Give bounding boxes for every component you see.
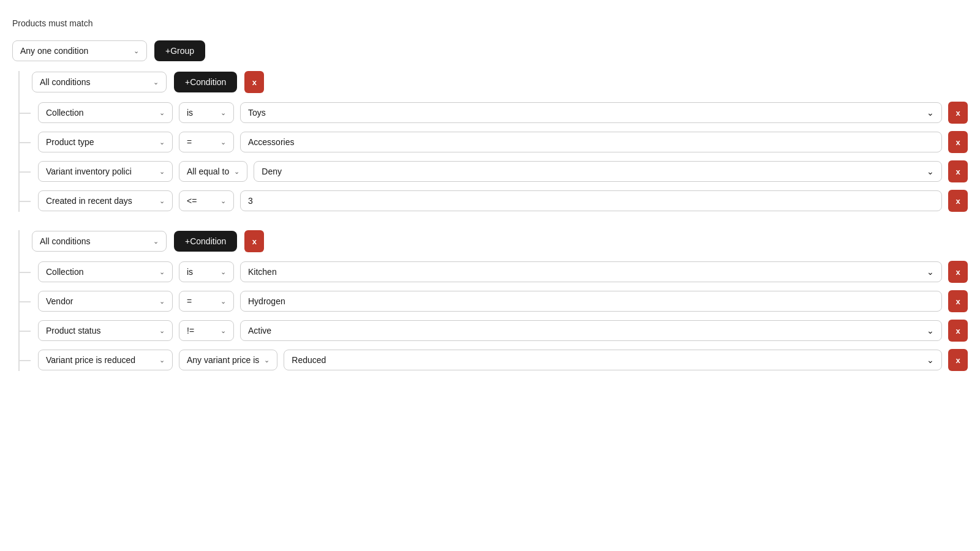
condition-operator-label: = <box>187 137 192 147</box>
add-group-button[interactable]: +Group <box>154 40 205 61</box>
condition-value-dropdown-1-1[interactable]: Toys ⌄ <box>240 102 942 123</box>
conditions-type-label: All conditions <box>40 77 91 87</box>
condition-value-dropdown-1-3[interactable]: Deny ⌄ <box>254 161 942 182</box>
condition-field-label: Created in recent days <box>46 196 132 206</box>
condition-field-label: Vendor <box>46 296 73 306</box>
condition-value-label: Kitchen <box>248 267 277 277</box>
remove-condition-button-2-4[interactable]: x <box>948 349 968 371</box>
condition-field-dropdown-1-4[interactable]: Created in recent days ⌄ <box>38 190 173 211</box>
remove-group-button-2[interactable]: x <box>244 230 264 252</box>
condition-value-input-2-2[interactable] <box>240 291 942 312</box>
condition-operator-dropdown-1-1[interactable]: is ⌄ <box>179 102 234 123</box>
chevron-icon: ⌄ <box>234 168 239 176</box>
group-1: All conditions ⌄ +Condition x Collection… <box>12 71 968 212</box>
chevron-icon: ⌄ <box>221 138 226 146</box>
condition-row-2-1: Collection ⌄ is ⌄ Kitchen ⌄ x <box>32 261 968 283</box>
group-header-1: All conditions ⌄ +Condition x <box>32 71 968 93</box>
condition-field-label: Collection <box>46 108 83 118</box>
condition-operator-label: Any variant price is <box>187 355 259 365</box>
chevron-icon: ⌄ <box>927 355 934 365</box>
condition-operator-dropdown-2-4[interactable]: Any variant price is ⌄ <box>179 350 277 370</box>
remove-condition-button-2-2[interactable]: x <box>948 290 968 312</box>
match-condition-label: Any one condition <box>20 46 88 56</box>
condition-row-2-3: Product status ⌄ != ⌄ Active ⌄ x <box>32 320 968 342</box>
chevron-icon: ⌄ <box>153 78 159 86</box>
remove-condition-button-2-3[interactable]: x <box>948 320 968 342</box>
group-header-2: All conditions ⌄ +Condition x <box>32 230 968 252</box>
group-2: All conditions ⌄ +Condition x Collection… <box>12 230 968 371</box>
condition-value-dropdown-2-1[interactable]: Kitchen ⌄ <box>240 261 942 282</box>
chevron-icon: ⌄ <box>159 298 165 305</box>
condition-field-dropdown-2-4[interactable]: Variant price is reduced ⌄ <box>38 350 173 370</box>
condition-row-1-1: Collection ⌄ is ⌄ Toys ⌄ x <box>32 102 968 124</box>
remove-condition-button-1-3[interactable]: x <box>948 160 968 182</box>
condition-field-dropdown-1-1[interactable]: Collection ⌄ <box>38 102 173 123</box>
chevron-icon: ⌄ <box>221 327 226 335</box>
condition-field-label: Collection <box>46 267 83 277</box>
chevron-icon: ⌄ <box>159 268 165 276</box>
conditions-type-dropdown-2[interactable]: All conditions ⌄ <box>32 231 167 252</box>
condition-field-label: Variant price is reduced <box>46 355 135 365</box>
condition-operator-label: <= <box>187 196 197 206</box>
condition-value-dropdown-2-4[interactable]: Reduced ⌄ <box>284 350 942 370</box>
condition-value-label: Toys <box>248 108 266 118</box>
chevron-icon: ⌄ <box>134 47 139 55</box>
top-level-row: Any one condition ⌄ +Group <box>12 40 968 61</box>
condition-field-dropdown-1-3[interactable]: Variant inventory polici ⌄ <box>38 161 173 182</box>
chevron-icon: ⌄ <box>159 109 165 117</box>
condition-value-input-1-4[interactable] <box>240 190 942 211</box>
condition-value-label: Reduced <box>292 355 326 365</box>
match-condition-dropdown[interactable]: Any one condition ⌄ <box>12 40 147 61</box>
condition-operator-dropdown-1-2[interactable]: = ⌄ <box>179 132 234 152</box>
chevron-icon: ⌄ <box>153 238 159 246</box>
condition-value-label: Deny <box>262 167 282 176</box>
chevron-icon: ⌄ <box>927 326 934 335</box>
conditions-type-label: All conditions <box>40 236 91 246</box>
condition-operator-label: != <box>187 326 194 335</box>
chevron-icon: ⌄ <box>221 197 226 205</box>
condition-operator-dropdown-1-3[interactable]: All equal to ⌄ <box>179 161 247 182</box>
chevron-icon: ⌄ <box>221 268 226 276</box>
condition-operator-dropdown-1-4[interactable]: <= ⌄ <box>179 190 234 211</box>
condition-row-2-2: Vendor ⌄ = ⌄ x <box>32 290 968 312</box>
chevron-icon: ⌄ <box>927 108 934 118</box>
groups-container: All conditions ⌄ +Condition x Collection… <box>12 71 968 371</box>
chevron-icon: ⌄ <box>927 267 934 277</box>
condition-field-dropdown-2-3[interactable]: Product status ⌄ <box>38 320 173 341</box>
conditions-type-dropdown-1[interactable]: All conditions ⌄ <box>32 72 167 92</box>
condition-value-input-1-2[interactable] <box>240 132 942 152</box>
condition-row-2-4: Variant price is reduced ⌄ Any variant p… <box>32 349 968 371</box>
condition-value-label: Active <box>248 326 271 335</box>
condition-field-dropdown-1-2[interactable]: Product type ⌄ <box>38 132 173 152</box>
remove-condition-button-2-1[interactable]: x <box>948 261 968 283</box>
chevron-icon: ⌄ <box>159 138 165 146</box>
chevron-icon: ⌄ <box>159 327 165 335</box>
condition-operator-label: is <box>187 108 193 118</box>
chevron-icon: ⌄ <box>159 356 165 364</box>
remove-condition-button-1-2[interactable]: x <box>948 131 968 153</box>
chevron-icon: ⌄ <box>264 356 270 364</box>
add-condition-button-1[interactable]: +Condition <box>174 72 237 92</box>
condition-operator-label: is <box>187 267 193 277</box>
add-condition-button-2[interactable]: +Condition <box>174 231 237 252</box>
condition-field-label: Product status <box>46 326 101 335</box>
condition-row-1-2: Product type ⌄ = ⌄ x <box>32 131 968 153</box>
condition-value-dropdown-2-3[interactable]: Active ⌄ <box>240 320 942 341</box>
chevron-icon: ⌄ <box>927 167 934 176</box>
condition-field-dropdown-2-1[interactable]: Collection ⌄ <box>38 261 173 282</box>
condition-row-1-3: Variant inventory polici ⌄ All equal to … <box>32 160 968 182</box>
condition-operator-dropdown-2-2[interactable]: = ⌄ <box>179 291 234 312</box>
page-title: Products must match <box>12 18 968 28</box>
remove-condition-button-1-1[interactable]: x <box>948 102 968 124</box>
condition-operator-dropdown-2-3[interactable]: != ⌄ <box>179 320 234 341</box>
condition-field-dropdown-2-2[interactable]: Vendor ⌄ <box>38 291 173 312</box>
chevron-icon: ⌄ <box>221 298 226 305</box>
condition-field-label: Variant inventory polici <box>46 167 132 176</box>
chevron-icon: ⌄ <box>159 168 165 176</box>
remove-group-button-1[interactable]: x <box>244 71 264 93</box>
chevron-icon: ⌄ <box>159 197 165 205</box>
condition-operator-dropdown-2-1[interactable]: is ⌄ <box>179 261 234 282</box>
condition-operator-label: = <box>187 296 192 306</box>
condition-field-label: Product type <box>46 137 94 147</box>
remove-condition-button-1-4[interactable]: x <box>948 190 968 212</box>
